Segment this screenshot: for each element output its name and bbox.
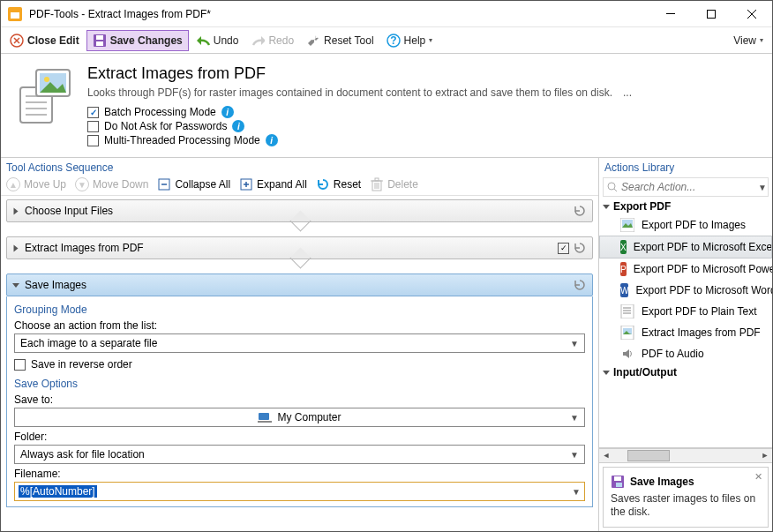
save-icon — [93, 34, 107, 48]
redo-button[interactable]: Redo — [245, 30, 299, 51]
svg-rect-4 — [708, 10, 716, 18]
library-group[interactable]: Export PDF — [599, 199, 772, 214]
move-down-button[interactable]: ▼Move Down — [75, 177, 148, 191]
computer-icon — [258, 410, 272, 424]
close-circle-icon — [10, 34, 24, 48]
undo-icon — [196, 34, 210, 48]
section-reset-icon[interactable] — [573, 278, 587, 292]
scroll-left-arrow[interactable]: ◄ — [599, 449, 613, 462]
info-icon[interactable]: i — [221, 106, 234, 118]
reset-button[interactable]: Reset — [316, 177, 361, 191]
info-icon[interactable]: i — [232, 120, 244, 132]
extract-images-icon — [620, 326, 634, 340]
horizontal-scrollbar[interactable]: ◄ ► — [599, 448, 772, 463]
trash-icon — [370, 177, 384, 191]
svg-rect-3 — [666, 13, 675, 14]
svg-rect-11 — [96, 35, 103, 40]
filename-label: Filename: — [14, 468, 585, 480]
svg-point-36 — [608, 183, 615, 190]
svg-rect-34 — [259, 413, 269, 420]
section-save-images[interactable]: Save Images — [6, 273, 593, 296]
library-item[interactable]: PDF to Audio — [599, 343, 772, 364]
reverse-order-label: Save in reverse order — [31, 358, 132, 371]
maximize-button[interactable] — [691, 1, 732, 27]
word-icon: W — [620, 283, 628, 297]
grouping-select[interactable]: Each image to a separate file ▼ — [14, 333, 585, 353]
view-button[interactable]: View ▾ — [728, 30, 769, 51]
section-label: Save Images — [25, 279, 86, 291]
multi-threaded-label: Multi-Threaded Processing Mode — [104, 134, 260, 146]
search-input[interactable] — [621, 181, 754, 193]
move-up-button[interactable]: ▲Move Up — [6, 177, 66, 191]
chevron-down-icon: ▼ — [570, 413, 579, 423]
help-icon: ? — [386, 34, 401, 48]
tool-header: Extract Images from PDF Looks through PD… — [1, 54, 772, 158]
more-button[interactable]: ... — [623, 86, 632, 99]
section-choose-input-files[interactable]: Choose Input Files — [6, 199, 593, 222]
reset-tool-label: Reset Tool — [324, 34, 373, 47]
redo-label: Redo — [268, 34, 294, 47]
collapse-triangle-icon — [603, 371, 610, 375]
excel-icon: X — [620, 240, 627, 254]
search-action[interactable]: ▼ — [603, 177, 769, 197]
info-title: Save Images — [630, 476, 694, 488]
section-reset-icon[interactable] — [573, 204, 587, 218]
library-item[interactable]: Export PDF to Plain Text — [599, 301, 772, 322]
close-edit-button[interactable]: Close Edit — [4, 30, 85, 51]
section-reset-icon[interactable] — [573, 241, 587, 255]
scroll-right-arrow[interactable]: ► — [758, 449, 772, 462]
delete-button[interactable]: Delete — [370, 177, 418, 191]
filename-value: %[AutoNumber] — [19, 485, 97, 498]
save-to-label: Save to: — [14, 393, 585, 406]
library-title: Actions Library — [599, 158, 772, 176]
close-button[interactable] — [732, 1, 772, 27]
expand-icon — [239, 177, 253, 191]
sequence-title: Tool Actions Sequence — [1, 158, 598, 176]
library-group[interactable]: Input/Output — [599, 364, 772, 380]
scroll-thumb[interactable] — [627, 450, 670, 461]
chevron-down-icon: ▼ — [570, 450, 579, 460]
no-passwords-checkbox[interactable] — [87, 121, 99, 132]
minimize-button[interactable] — [650, 1, 691, 27]
batch-processing-checkbox[interactable] — [87, 107, 99, 118]
reset-tool-button[interactable]: Reset Tool — [301, 30, 379, 51]
save-changes-label: Save Changes — [110, 34, 183, 47]
save-changes-button[interactable]: Save Changes — [86, 30, 189, 51]
library-item[interactable]: PExport PDF to Microsoft PowerPoint — [599, 259, 772, 280]
collapse-all-button[interactable]: Collapse All — [157, 177, 230, 191]
section-extract-images[interactable]: Extract Images from PDF — [6, 236, 593, 259]
svg-rect-48 — [616, 483, 622, 487]
close-icon[interactable]: ✕ — [754, 471, 762, 483]
redo-icon — [251, 34, 265, 48]
undo-button[interactable]: Undo — [191, 30, 244, 51]
help-button[interactable]: ? Help ▾ — [381, 30, 439, 51]
expand-triangle-icon — [14, 207, 19, 214]
svg-point-22 — [44, 77, 49, 82]
folder-select[interactable]: Always ask for file location ▼ — [14, 445, 585, 464]
section-label: Choose Input Files — [25, 205, 113, 217]
close-edit-label: Close Edit — [27, 34, 79, 47]
info-description: Saves raster images to files on the disk… — [611, 492, 761, 520]
svg-rect-47 — [614, 476, 621, 481]
expand-all-button[interactable]: Expand All — [239, 177, 307, 191]
section-enabled-checkbox[interactable] — [558, 243, 569, 254]
svg-rect-30 — [375, 178, 379, 181]
chevron-down-icon[interactable]: ▼ — [758, 183, 767, 192]
svg-rect-35 — [258, 421, 272, 423]
multi-threaded-checkbox[interactable] — [87, 135, 99, 146]
audio-icon — [620, 347, 634, 361]
filename-input[interactable]: %[AutoNumber] ▼ — [14, 482, 585, 501]
library-item[interactable]: XExport PDF to Microsoft Excel Spreadshe… — [599, 236, 772, 259]
tool-title: Extract Images from PDF — [87, 64, 762, 83]
info-icon[interactable]: i — [266, 134, 278, 146]
arrow-up-icon: ▲ — [6, 177, 20, 191]
grouping-mode-title: Grouping Mode — [14, 303, 585, 316]
view-label: View — [733, 34, 756, 47]
library-item[interactable]: Export PDF to Images — [599, 214, 772, 236]
svg-text:?: ? — [390, 34, 396, 47]
save-to-select[interactable]: My Computer ▼ — [14, 408, 585, 427]
reverse-order-checkbox[interactable] — [14, 359, 26, 371]
library-item[interactable]: WExport PDF to Microsoft Word — [599, 280, 772, 301]
window-title: PDF-Tools - Extract Images from PDF* — [29, 8, 650, 20]
library-item[interactable]: Extract Images from PDF — [599, 322, 772, 343]
